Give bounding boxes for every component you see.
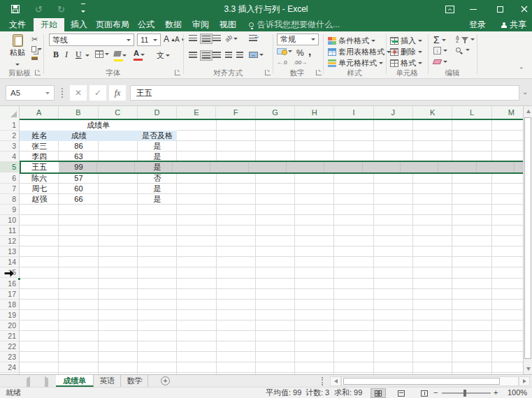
formula-input[interactable]: 王五 [130, 85, 519, 101]
grid-cell-B3[interactable]: 86 [59, 141, 98, 152]
decrease-indent-button[interactable] [225, 52, 232, 58]
row-header-7[interactable]: 7 [0, 184, 20, 194]
row-header-21[interactable]: 21 [0, 331, 20, 341]
grid-cell-B7[interactable]: 60 [59, 184, 98, 194]
page-layout-view-button[interactable] [394, 388, 409, 398]
percent-format-button[interactable]: % [296, 48, 304, 58]
sheet-tab-math[interactable]: 数学 [122, 375, 148, 387]
column-header-J[interactable]: J [374, 106, 413, 119]
grid-cell-A7[interactable]: 周七 [20, 184, 59, 194]
zoom-out-button[interactable]: − [433, 388, 438, 398]
delete-cells-button[interactable]: 删除 [390, 47, 422, 57]
cut-button[interactable]: ✂ [31, 35, 38, 44]
enter-icon[interactable]: ✓ [89, 85, 106, 101]
zoom-slider-thumb[interactable] [463, 390, 466, 397]
grow-font-button[interactable]: A▲ [164, 34, 175, 44]
select-all-corner[interactable] [0, 106, 20, 120]
align-right-button[interactable] [213, 52, 221, 58]
zoom-level[interactable]: 100% [508, 388, 527, 398]
horizontal-scrollbar[interactable] [341, 376, 519, 386]
align-top-button[interactable] [189, 35, 197, 41]
row-header-1[interactable]: 1 [0, 120, 20, 131]
decrease-decimal-button[interactable]: .00→ [294, 59, 307, 66]
format-painter-button[interactable] [31, 57, 38, 60]
grid-cell-A2[interactable]: 姓名 [20, 131, 59, 141]
row-header-17[interactable]: 17 [0, 289, 20, 300]
horizontal-scrollbar-thumb[interactable] [343, 378, 500, 385]
row-header-8[interactable]: 8 [0, 194, 20, 205]
merged-title-cell[interactable]: 成绩单 [20, 120, 177, 131]
font-dialog-launcher[interactable] [175, 70, 180, 75]
underline-button[interactable]: U [76, 50, 82, 60]
tab-review[interactable]: 审阅 [190, 18, 211, 31]
alignment-dialog-launcher[interactable] [265, 70, 271, 75]
increase-indent-button[interactable] [236, 52, 243, 58]
row-header-24[interactable]: 24 [0, 362, 20, 373]
row-header-5[interactable]: 5 [0, 162, 20, 172]
row-header-13[interactable]: 13 [0, 246, 20, 257]
number-dialog-launcher[interactable] [316, 70, 322, 75]
hscroll-right-icon[interactable] [519, 376, 530, 386]
cancel-icon[interactable]: ✕ [70, 85, 87, 101]
row-header-3[interactable]: 3 [0, 141, 20, 152]
tell-me-box[interactable]: 告诉我您想要做什么... [249, 18, 340, 31]
hscroll-left-icon[interactable] [330, 376, 341, 386]
grid-cell-A8[interactable]: 赵强 [20, 194, 59, 205]
grid-cell-A3[interactable]: 张三 [20, 141, 59, 152]
row-header-11[interactable]: 11 [0, 226, 20, 236]
column-header-B[interactable]: B [59, 106, 98, 119]
insert-function-icon[interactable]: fx [109, 85, 126, 101]
align-left-button[interactable] [189, 52, 197, 58]
grid-cell-B6[interactable]: 57 [59, 173, 98, 184]
tab-scroll-splitter[interactable] [322, 377, 323, 385]
paste-button[interactable]: 粘贴 [6, 34, 29, 66]
copy-button[interactable] [31, 46, 42, 52]
font-name-select[interactable]: 等线 [49, 34, 134, 46]
wrap-text-button[interactable] [249, 35, 257, 41]
sort-filter-button[interactable]: AZ [456, 36, 475, 43]
increase-decimal-button[interactable]: ←.0 [277, 59, 287, 66]
row-header-14[interactable]: 14 [0, 257, 20, 267]
format-as-table-button[interactable]: 套用表格格式 [328, 47, 391, 57]
currency-format-button[interactable] [277, 48, 292, 54]
new-sheet-button[interactable]: + [161, 376, 170, 385]
tab-insert[interactable]: 插入 [69, 18, 89, 31]
row-header-23[interactable]: 23 [0, 352, 20, 362]
insert-cells-button[interactable]: 插入 [390, 36, 422, 46]
page-break-view-button[interactable] [417, 388, 432, 398]
grid-cell-D8[interactable]: 是 [138, 194, 177, 205]
expand-formula-bar-icon[interactable]: ⌄ [522, 88, 528, 96]
fill-color-button[interactable] [114, 49, 127, 61]
orientation-button[interactable]: ab [225, 35, 238, 42]
row-header-20[interactable]: 20 [0, 320, 20, 331]
cell-styles-button[interactable]: 单元格样式 [328, 58, 383, 68]
autosum-button[interactable]: Σ [433, 34, 446, 45]
column-header-C[interactable]: C [99, 106, 138, 119]
grid-cell-A4[interactable]: 李四 [20, 152, 59, 162]
row-header-4[interactable]: 4 [0, 152, 20, 162]
zoom-slider-track[interactable] [442, 392, 491, 394]
font-size-select[interactable]: 11 [137, 34, 161, 46]
sign-in-button[interactable]: 登录 [469, 18, 486, 31]
bold-button[interactable]: B [53, 50, 59, 60]
phonetic-button[interactable]: 文 [157, 50, 170, 61]
column-header-G[interactable]: G [256, 106, 295, 119]
row-header-12[interactable]: 12 [0, 236, 20, 246]
zoom-in-button[interactable]: + [494, 388, 498, 398]
row-header-10[interactable]: 10 [0, 215, 20, 226]
clear-button[interactable] [433, 59, 447, 64]
align-bottom-button[interactable] [213, 35, 221, 41]
vertical-scrollbar-thumb[interactable] [524, 117, 531, 359]
grid-cell-D6[interactable]: 否 [138, 173, 177, 184]
italic-button[interactable]: I [65, 50, 68, 60]
formula-bar-grip[interactable] [62, 88, 63, 98]
tab-file[interactable]: 文件 [7, 18, 28, 31]
column-header-L[interactable]: L [452, 106, 491, 119]
worksheet-grid[interactable]: ABCDEFGHIJKLM 12345678910111213141516171… [0, 106, 523, 374]
grid-cell-A6[interactable]: 陈六 [20, 173, 59, 184]
align-middle-button[interactable] [200, 34, 213, 44]
column-header-F[interactable]: F [217, 106, 256, 119]
row-header-19[interactable]: 19 [0, 310, 20, 320]
tab-data[interactable]: 数据 [163, 18, 184, 31]
find-select-button[interactable] [456, 47, 470, 52]
